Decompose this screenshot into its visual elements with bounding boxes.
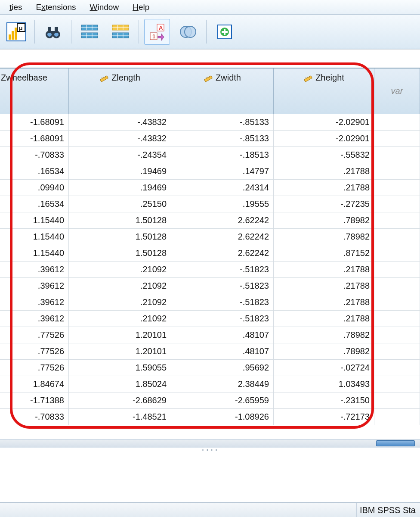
cell[interactable]: .78982 [274,229,374,245]
cell[interactable]: -1.71388 [0,392,69,409]
cell[interactable]: .21788 [274,311,374,327]
cell[interactable]: -.43832 [69,131,171,147]
cell[interactable]: .21788 [274,180,374,196]
cell[interactable]: -.23150 [274,392,374,409]
cell[interactable]: .48107 [171,327,274,343]
cell[interactable]: .95692 [171,360,274,376]
table-row[interactable]: -1.71388-2.68629-2.65959-.23150 [0,392,420,409]
table-row[interactable]: -.70833-.24354-.18513-.55832 [0,147,420,163]
cell[interactable]: .21788 [274,163,374,180]
cell[interactable]: 1.50128 [69,245,171,262]
cell[interactable]: .16534 [0,196,69,212]
cell[interactable]: .21788 [274,262,374,278]
data-grid[interactable]: Zwheelbase Zlength Zwidth [0,69,420,425]
table-row[interactable]: .39612.21092-.51823.21788 [0,311,420,327]
table-row[interactable]: .775261.20101.48107.78982 [0,327,420,343]
cell[interactable]: -.24354 [69,147,171,163]
cell-empty[interactable] [374,294,420,311]
table-row[interactable]: 1.154401.501282.62242.87152 [0,245,420,262]
cell-empty[interactable] [374,131,420,147]
cell[interactable]: 2.62242 [171,245,274,262]
menu-item-window[interactable]: Window [83,1,126,14]
table-row[interactable]: -.70833-1.48521-1.08926-.72173 [0,409,420,425]
cell-empty[interactable] [374,147,420,163]
cell-empty[interactable] [374,114,420,131]
cell[interactable]: -2.02901 [274,114,374,131]
menu-item-ties[interactable]: ties [3,1,29,14]
cell[interactable]: -.55832 [274,147,374,163]
cell[interactable]: -.70833 [0,147,69,163]
cell-empty[interactable] [374,392,420,409]
cell[interactable]: -.18513 [171,147,274,163]
cell[interactable]: .77526 [0,327,69,343]
cell[interactable]: .19555 [171,196,274,212]
cell-empty[interactable] [374,278,420,294]
cell[interactable]: .21788 [274,294,374,311]
split-a-button[interactable] [77,19,102,45]
cell[interactable]: -.27235 [274,196,374,212]
cell[interactable]: .39612 [0,262,69,278]
cell[interactable]: .16534 [0,163,69,180]
cell[interactable]: 1.50128 [69,229,171,245]
cell-empty[interactable] [374,196,420,212]
table-row[interactable]: 1.154401.501282.62242.78982 [0,229,420,245]
cell-empty[interactable] [374,327,420,343]
chart-mu-button[interactable]: μ [3,19,29,45]
cell[interactable]: .78982 [274,327,374,343]
cell[interactable]: .14797 [171,163,274,180]
cell-empty[interactable] [374,212,420,229]
cell[interactable]: .19469 [69,163,171,180]
cell[interactable]: .77526 [0,360,69,376]
cell[interactable]: -2.02901 [274,131,374,147]
table-row[interactable]: .775261.20101.48107.78982 [0,343,420,360]
cell[interactable]: -.70833 [0,409,69,425]
col-header-zwidth[interactable]: Zwidth [171,69,274,114]
cell[interactable]: 1.84674 [0,376,69,392]
insert-case-button[interactable]: A 1 [144,19,170,45]
cell[interactable]: .77526 [0,343,69,360]
cell-empty[interactable] [374,180,420,196]
cell[interactable]: .25150 [69,196,171,212]
table-row[interactable]: -1.68091-.43832-.85133-2.02901 [0,114,420,131]
cell[interactable]: -.51823 [171,278,274,294]
cell[interactable]: 1.15440 [0,229,69,245]
cell-empty[interactable] [374,376,420,392]
add-button[interactable] [212,19,238,45]
cell[interactable]: -1.68091 [0,114,69,131]
col-header-zlength[interactable]: Zlength [69,69,171,114]
col-header-zwheelbase[interactable]: Zwheelbase [0,69,69,114]
cell[interactable]: .78982 [274,343,374,360]
cell[interactable]: .87152 [274,245,374,262]
cell[interactable]: .21092 [69,278,171,294]
cell-empty[interactable] [374,229,420,245]
cell[interactable]: 1.50128 [69,212,171,229]
cell[interactable]: 2.62242 [171,229,274,245]
split-b-button[interactable] [108,19,133,45]
horizontal-scrollbar[interactable] [0,439,420,448]
scrollbar-thumb[interactable] [376,440,415,446]
cell[interactable]: .39612 [0,278,69,294]
cell-empty[interactable] [374,311,420,327]
table-row[interactable]: .39612.21092-.51823.21788 [0,262,420,278]
cell[interactable]: 2.38449 [171,376,274,392]
cell[interactable]: .21788 [274,278,374,294]
cell[interactable]: .39612 [0,311,69,327]
col-header-empty[interactable]: var [374,69,420,114]
menu-item-extensions[interactable]: Extensions [29,1,83,14]
table-row[interactable]: .09940.19469.24314.21788 [0,180,420,196]
cell[interactable]: 1.15440 [0,212,69,229]
cell[interactable]: .24314 [171,180,274,196]
cell[interactable]: -.02724 [274,360,374,376]
menu-item-help[interactable]: Help [126,1,156,14]
cell[interactable]: 1.85024 [69,376,171,392]
cell[interactable]: 1.59055 [69,360,171,376]
cell[interactable]: .09940 [0,180,69,196]
cell-empty[interactable] [374,163,420,180]
table-row[interactable]: .39612.21092-.51823.21788 [0,294,420,311]
cell[interactable]: -.85133 [171,114,274,131]
table-row[interactable]: 1.846741.850242.384491.03493 [0,376,420,392]
cell[interactable]: -.51823 [171,262,274,278]
table-row[interactable]: -1.68091-.43832-.85133-2.02901 [0,131,420,147]
cell[interactable]: 1.20101 [69,343,171,360]
cell[interactable]: -.51823 [171,294,274,311]
